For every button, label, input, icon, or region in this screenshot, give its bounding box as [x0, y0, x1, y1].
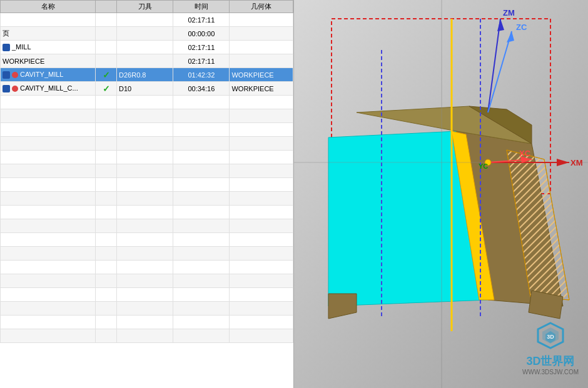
cell-tool [117, 329, 173, 343]
table-row[interactable] [1, 137, 293, 151]
cell-check [96, 41, 117, 54]
cell-geom [230, 302, 293, 316]
cell-geom [230, 288, 293, 302]
cell-check [96, 316, 117, 329]
check-mark: ✓ [103, 84, 110, 94]
cell-name [1, 109, 96, 123]
svg-text:3D: 3D [547, 334, 554, 340]
watermark-text2: WWW.3DSJW.COM [522, 369, 579, 376]
cell-time [173, 178, 230, 192]
cell-time [173, 261, 230, 274]
table-row[interactable] [1, 123, 293, 137]
table-row[interactable] [1, 151, 293, 164]
cell-time: 01:42:32 [173, 68, 230, 82]
cell-geom [230, 274, 293, 288]
cell-time [173, 96, 230, 109]
cell-tool [117, 151, 173, 164]
cell-name: 页 [1, 27, 96, 41]
table-row[interactable] [1, 288, 293, 302]
table-row[interactable]: 页00:00:00 [1, 27, 293, 41]
cell-geom [230, 316, 293, 329]
table-row[interactable] [1, 261, 293, 274]
cell-tool [117, 109, 173, 123]
cell-name: CAVITY_MILL_C... [1, 82, 96, 96]
cell-time [173, 123, 230, 137]
table-row[interactable]: 02:17:11 [1, 13, 293, 27]
cell-geom [230, 329, 293, 343]
cell-tool [117, 41, 173, 54]
cell-name [1, 151, 96, 164]
cell-check: ✓ [96, 68, 117, 82]
cell-name [1, 13, 96, 27]
svg-text:ZC: ZC [516, 22, 527, 32]
table-row[interactable] [1, 164, 293, 178]
mill-icon [3, 44, 10, 51]
viewport-3d[interactable]: ZM ZC XM XC YC 3D 3D世界网 WWW.3DSJW.COM [294, 0, 588, 388]
table-row[interactable] [1, 109, 293, 123]
table-row[interactable] [1, 247, 293, 261]
cell-check [96, 233, 117, 247]
table-row[interactable] [1, 219, 293, 233]
cell-tool [117, 96, 173, 109]
cell-time [173, 206, 230, 219]
cell-time: 00:00:00 [173, 27, 230, 41]
cell-check [96, 123, 117, 137]
table-row[interactable] [1, 206, 293, 219]
cell-name [1, 247, 96, 261]
cell-check [96, 329, 117, 343]
cell-check [96, 164, 117, 178]
cell-name: WORKPIECE [1, 54, 96, 68]
check-mark: ✓ [103, 70, 110, 80]
table-row[interactable] [1, 96, 293, 109]
cell-name [1, 329, 96, 343]
cell-name [1, 274, 96, 288]
cell-check [96, 13, 117, 27]
table-row[interactable] [1, 233, 293, 247]
cell-name [1, 206, 96, 219]
table-row[interactable]: CAVITY_MILL_C...✓D1000:34:16WORKPIECE [1, 82, 293, 96]
table-row[interactable] [1, 274, 293, 288]
cell-time: 02:17:11 [173, 41, 230, 54]
cell-geom [230, 261, 293, 274]
cell-tool [117, 164, 173, 178]
table-row[interactable] [1, 302, 293, 316]
cell-geom [230, 192, 293, 206]
cell-check [96, 274, 117, 288]
table-row[interactable] [1, 192, 293, 206]
svg-text:XC: XC [519, 149, 531, 158]
cell-time [173, 233, 230, 247]
cell-tool [117, 316, 173, 329]
cell-name [1, 288, 96, 302]
table-row[interactable] [1, 178, 293, 192]
cell-time [173, 329, 230, 343]
table-row[interactable]: WORKPIECE02:17:11 [1, 54, 293, 68]
cell-check [96, 288, 117, 302]
cell-tool [117, 178, 173, 192]
table-row[interactable] [1, 329, 293, 343]
cell-name [1, 164, 96, 178]
cell-name: CAVITY_MILL [1, 68, 96, 82]
cell-geom [230, 27, 293, 41]
cell-time [173, 274, 230, 288]
cell-tool [117, 302, 173, 316]
cell-check [96, 137, 117, 151]
cell-time [173, 137, 230, 151]
table-row[interactable]: _MILL02:17:11 [1, 41, 293, 54]
cell-geom [230, 109, 293, 123]
cell-tool [117, 219, 173, 233]
cell-time [173, 192, 230, 206]
cell-name [1, 261, 96, 274]
cell-check: ✓ [96, 82, 117, 96]
cell-tool [117, 137, 173, 151]
cell-geom [230, 206, 293, 219]
table-row[interactable] [1, 316, 293, 329]
cell-check [96, 192, 117, 206]
table-header-row: 名称 刀具 时间 几何体 [1, 1, 293, 13]
cell-geom [230, 13, 293, 27]
cell-name: _MILL [1, 41, 96, 54]
col-header-time: 时间 [173, 1, 230, 13]
table-row[interactable]: CAVITY_MILL✓D26R0.801:42:32WORKPIECE [1, 68, 293, 82]
cell-check [96, 151, 117, 164]
status-icon [12, 86, 18, 92]
mill-icon [3, 71, 10, 79]
